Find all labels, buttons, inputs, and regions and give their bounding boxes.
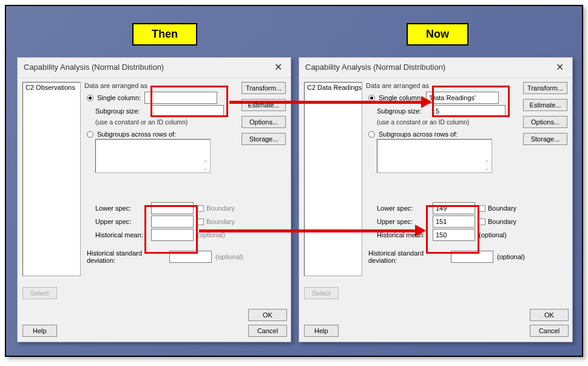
help-button[interactable]: Help [22,325,57,337]
lower-spec-label: Lower spec: [95,205,147,212]
optional-label: (optional) [497,253,525,260]
hist-mean-label: Historical mean: [95,231,147,239]
upper-boundary-check[interactable] [479,219,485,225]
boundary-label: Boundary [206,205,235,212]
lower-spec-input[interactable] [433,202,475,214]
boundary-label: Boundary [488,218,516,225]
ok-button[interactable]: OK [248,309,287,321]
close-icon[interactable]: ✕ [272,61,285,73]
lower-spec-label: Lower spec: [377,205,429,212]
upper-boundary-check[interactable] [197,219,204,225]
dialog-title: Capability Analysis (Normal Distribution… [24,63,164,72]
then-tag: Then [132,23,197,46]
radio-single-column[interactable] [368,95,375,101]
radio-single-label: Single column: [97,94,141,101]
comparison-frame: Then Now Capability Analysis (Normal Dis… [5,5,583,357]
titlebar: Capability Analysis (Normal Distribution… [299,58,572,78]
column-list[interactable]: C2 Data Readings [304,82,362,276]
hist-mean-input[interactable] [151,229,194,241]
storage-button[interactable]: Storage... [523,133,567,145]
scroll-down-icon[interactable]: ⌄ [203,166,208,171]
options-button[interactable]: Options... [523,116,567,128]
dialog-then: Capability Analysis (Normal Distribution… [17,57,291,342]
radio-single-column[interactable] [87,95,93,101]
radio-across-rows[interactable] [87,131,93,138]
now-tag: Now [407,23,468,46]
storage-button[interactable]: Storage... [242,133,286,145]
column-list[interactable]: C2 Observations [22,82,81,276]
lower-boundary-check[interactable] [197,205,204,212]
across-rows-list[interactable]: ⌃ ⌄ [377,139,492,173]
select-button: Select [22,287,57,299]
upper-spec-label: Upper spec: [95,218,147,225]
subgroup-input[interactable] [151,105,224,117]
estimate-button[interactable]: Estimate... [523,99,567,111]
upper-spec-input[interactable] [151,215,194,228]
hist-sd-input[interactable] [451,251,493,263]
titlebar: Capability Analysis (Normal Distribution… [18,58,291,78]
boundary-label: Boundary [488,205,516,212]
subgroup-label: Subgroup size: [377,107,429,115]
single-column-input[interactable] [144,92,217,104]
across-rows-list[interactable]: ⌃ ⌄ [95,139,211,173]
subgroup-input[interactable] [433,105,505,117]
help-button[interactable]: Help [304,325,339,337]
hist-mean-input[interactable] [433,229,475,241]
hist-sd-label: Historical standard deviation: [368,249,447,264]
close-icon[interactable]: ✕ [553,61,566,73]
hist-sd-input[interactable] [169,251,212,263]
radio-across-label: Subgroups across rows of: [379,130,458,138]
dialog-title: Capability Analysis (Normal Distribution… [305,63,445,72]
lower-spec-input[interactable] [151,202,194,214]
subgroup-label: Subgroup size: [95,107,147,115]
ok-button[interactable]: OK [530,309,569,321]
single-column-input[interactable] [426,92,499,104]
select-button: Select [304,287,339,299]
optional-label: (optional) [479,231,507,239]
scroll-down-icon[interactable]: ⌄ [485,166,490,171]
boundary-label: Boundary [206,218,235,225]
radio-across-label: Subgroups across rows of: [97,130,176,138]
radio-across-rows[interactable] [368,131,375,138]
lower-boundary-check[interactable] [479,205,485,212]
optional-label: (optional) [215,253,243,260]
options-button[interactable]: Options... [242,116,286,128]
hist-sd-label: Historical standard deviation: [87,249,166,264]
cancel-button[interactable]: Cancel [530,325,569,337]
transform-button[interactable]: Transform... [242,82,286,94]
dialog-now: Capability Analysis (Normal Distribution… [299,57,573,342]
transform-button[interactable]: Transform... [523,82,567,94]
cancel-button[interactable]: Cancel [248,325,287,337]
upper-spec-input[interactable] [433,215,475,228]
